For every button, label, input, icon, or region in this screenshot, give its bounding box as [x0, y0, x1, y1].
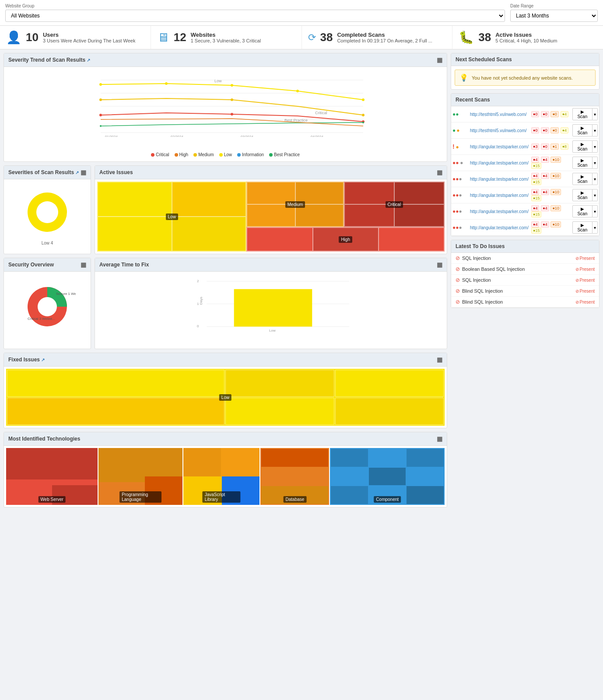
fixed-treemap-label: Low — [219, 394, 231, 401]
scan-url-5[interactable]: http://angular.testsparker.com/ — [470, 177, 529, 182]
legend-low: Low — [219, 152, 232, 157]
badge-low-1: ●4 — [561, 111, 568, 117]
legend-critical: Critical — [151, 152, 169, 157]
severity-trend-title: Severity Trend of Scan Results ↗ — [8, 57, 90, 63]
fixed-issues-body: Low — [4, 367, 447, 428]
filter-bar: Website Group All Websites Date Range La… — [0, 0, 603, 26]
issue-label-5: Blind SQL Injection — [462, 299, 503, 304]
date-range-label: Date Range — [510, 4, 598, 8]
treemap-high: High — [246, 227, 445, 252]
chart-legend: Critical High Medium Low — [8, 152, 442, 157]
issue-row-2: ⊘ Boolean Based SQL Injection ⊘ Present — [451, 264, 599, 275]
scan-button-1[interactable]: ▶ Scan — [572, 108, 592, 120]
scan-dropdown-4[interactable]: ▾ — [592, 157, 598, 169]
severities-title: Severities of Scan Results ↗ — [8, 169, 79, 175]
recent-scans-title: Recent Scans — [456, 97, 490, 103]
latest-todo-panel: Latest To Do Issues ⊘ SQL Injection ⊘ Pr… — [451, 240, 599, 308]
avg-time-menu[interactable]: ▦ — [437, 261, 442, 268]
severities-menu[interactable]: ▦ — [81, 169, 86, 176]
scan-dropdown-8[interactable]: ▾ — [592, 221, 598, 234]
scan-url-2[interactable]: http://testhtml5.vulnweb.com/ — [470, 128, 527, 133]
scan-dropdown-7[interactable]: ▾ — [592, 205, 598, 217]
issue-icon-1: ⊘ — [456, 255, 460, 261]
severities-body: Low 4 — [4, 179, 91, 252]
table-row: ●● http://testhtml5.vulnweb.com/ ●0 ●0 ●… — [451, 106, 599, 122]
avg-time-bar-low — [234, 289, 312, 327]
scan-url-7[interactable]: http://angular.testsparker.com/ — [470, 209, 529, 214]
severity-trend-menu[interactable]: ▦ — [437, 56, 442, 63]
scan-dropdown-2[interactable]: ▾ — [592, 124, 598, 136]
active-issues-menu[interactable]: ▦ — [437, 169, 442, 176]
treemap-medium: Medium — [246, 182, 344, 227]
svg-text:Critical: Critical — [315, 111, 327, 115]
scan-button-2[interactable]: ▶ Scan — [572, 124, 592, 136]
scan-url-6[interactable]: http://angular.testsparker.com/ — [470, 193, 529, 198]
scheduled-header: Next Scheduled Scans — [451, 53, 599, 66]
scan-url-4[interactable]: http://angular.testsparker.com/ — [470, 161, 529, 165]
website-group-filter: Website Group All Websites — [5, 4, 505, 22]
issue-label-1: SQL Injection — [462, 256, 491, 261]
fixed-issues-menu[interactable]: ▦ — [437, 356, 442, 363]
avg-time-chart: 2 1 0 Days Low — [98, 275, 443, 345]
issue-label-2: Boolean Based SQL Injection — [462, 266, 525, 272]
issue-icon-3: ⊘ — [456, 277, 460, 283]
severities-link[interactable]: ↗ — [75, 170, 79, 175]
scan-button-4[interactable]: ▶ Scan — [572, 157, 592, 169]
scan-dropdown-6[interactable]: ▾ — [592, 189, 598, 201]
technologies-menu[interactable]: ▦ — [437, 435, 442, 442]
technologies-panel: Most Identified Technologies ▦ Web Serve… — [4, 432, 447, 508]
technologies-title: Most Identified Technologies — [8, 436, 80, 442]
scans-number: 38 — [320, 31, 333, 44]
scheduled-panel: Next Scheduled Scans 💡 You have not yet … — [451, 53, 599, 90]
date-range-select[interactable]: Last 3 Months — [510, 10, 598, 22]
scan-button-3[interactable]: ▶ Scan — [572, 140, 592, 153]
scan-url-8[interactable]: http://angular.testsparker.com/ — [470, 225, 529, 230]
donut-hole — [36, 201, 58, 223]
tech-component-col: Component — [330, 448, 445, 505]
issue-icon-2: ⊘ — [456, 266, 460, 272]
scan-button-6[interactable]: ▶ Scan — [572, 189, 592, 201]
users-number: 10 — [26, 31, 39, 44]
svg-text:03/2024: 03/2024 — [241, 135, 253, 137]
severities-panel: Severities of Scan Results ↗ ▦ Low 4 — [4, 165, 91, 254]
scan-button-8[interactable]: ▶ Scan — [572, 221, 592, 234]
date-range-filter: Date Range Last 3 Months — [510, 4, 598, 22]
issue-icon-4: ⊘ — [456, 288, 460, 294]
scan-dropdown-1[interactable]: ▾ — [592, 108, 598, 120]
issues-info: Active Issues 5 Critical, 4 High, 10 Med… — [495, 32, 557, 43]
scan-button-5[interactable]: ▶ Scan — [572, 173, 592, 185]
scans-icon: ⟳ — [308, 32, 316, 43]
severities-donut — [21, 186, 74, 238]
external-link-icon[interactable]: ↗ — [87, 58, 90, 63]
present-icon-4: ⊘ — [575, 289, 579, 294]
security-menu[interactable]: ▦ — [81, 261, 86, 268]
svg-text:Secure 1 Webst...: Secure 1 Webst... — [56, 292, 76, 296]
table-row: ! ● http://angular.testsparker.com/ ●3 ●… — [451, 139, 599, 155]
issue-name-3: ⊘ SQL Injection — [456, 277, 491, 283]
treemap-critical: Critical — [344, 182, 445, 227]
scheduled-warning: 💡 You have not yet scheduled any website… — [451, 70, 599, 86]
svg-text:Low: Low — [214, 79, 222, 83]
legend-dot-critical — [151, 153, 154, 157]
issue-label-4: Blind SQL Injection — [462, 288, 503, 294]
badge-high-1: ●0 — [541, 111, 549, 117]
table-row: ●●● http://angular.testsparker.com/ ●4 ●… — [451, 187, 599, 203]
scan-dropdown-3[interactable]: ▾ — [592, 140, 598, 153]
svg-point-11 — [99, 98, 102, 101]
scan-dropdown-5[interactable]: ▾ — [592, 173, 598, 185]
scan-button-7[interactable]: ▶ Scan — [572, 205, 592, 217]
active-issues-treemap: Low Medium — [97, 182, 445, 252]
scan-url-3[interactable]: http://angular.testsparker.com/ — [470, 144, 529, 149]
website-group-select[interactable]: All Websites — [5, 10, 505, 22]
fixed-link[interactable]: ↗ — [41, 357, 45, 362]
scans-table: ●● http://testhtml5.vulnweb.com/ ●0 ●0 ●… — [451, 106, 599, 236]
severity-trend-panel: Severity Trend of Scan Results ↗ ▦ — [4, 53, 447, 162]
severity-trend-header: Severity Trend of Scan Results ↗ ▦ — [4, 53, 447, 67]
svg-point-8 — [231, 84, 233, 87]
issue-name-4: ⊘ Blind SQL Injection — [456, 288, 503, 294]
trend-chart: Low Cr — [8, 71, 442, 150]
badge-critical-1: ●0 — [531, 111, 539, 117]
present-icon-2: ⊘ — [575, 267, 579, 272]
avg-time-header: Average Time to Fix ▦ — [95, 258, 447, 272]
scan-url-1[interactable]: http://testhtml5.vulnweb.com/ — [470, 112, 527, 117]
